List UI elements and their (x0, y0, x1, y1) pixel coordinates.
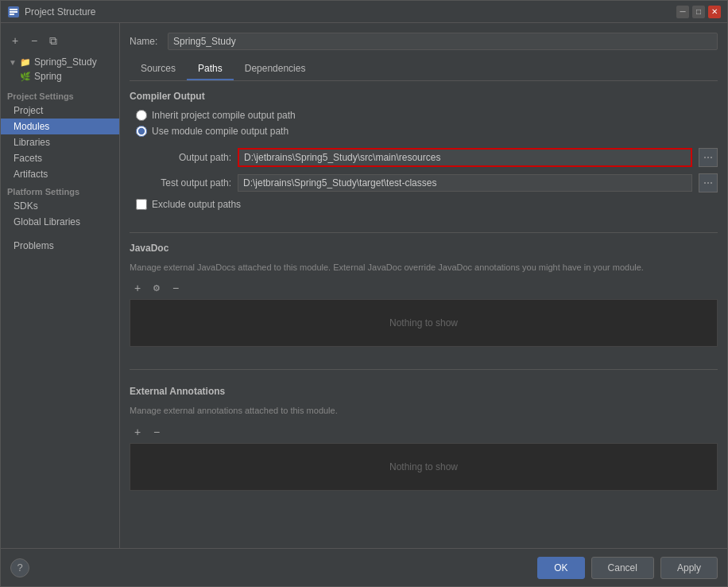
project-tree: ▼ 📁 Spring5_Study 🌿 Spring (1, 55, 119, 84)
javadoc-title: JavaDoc (130, 243, 718, 254)
tree-arrow: ▼ (9, 58, 17, 67)
ext-annotations-list: Nothing to show (130, 443, 718, 491)
ext-annotations-description: Manage external annotations attached to … (130, 405, 718, 417)
sidebar-item-libraries[interactable]: Libraries (1, 134, 119, 150)
divider-2 (130, 369, 718, 370)
javadoc-toolbar: + ⚙ − (130, 280, 718, 296)
test-output-path-label: Test output path: (136, 177, 231, 189)
javadoc-add-button[interactable]: + (130, 280, 145, 296)
name-label: Name: (130, 36, 161, 47)
tab-dependencies[interactable]: Dependencies (234, 58, 317, 80)
test-output-path-input[interactable] (238, 174, 692, 192)
use-module-radio[interactable] (136, 126, 147, 137)
sidebar-item-artifacts[interactable]: Artifacts (1, 166, 119, 182)
tree-module-name: Spring (34, 71, 62, 82)
window-icon (7, 6, 20, 18)
javadoc-list: Nothing to show (130, 299, 718, 347)
remove-button[interactable]: − (26, 33, 42, 49)
use-module-radio-row[interactable]: Use module compile output path (136, 126, 718, 137)
sidebar-item-problems[interactable]: Problems (1, 238, 119, 254)
ext-annotations-title: External Annotations (130, 386, 718, 397)
use-module-radio-label: Use module compile output path (152, 126, 288, 137)
sidebar-item-facets[interactable]: Facets (1, 150, 119, 166)
ext-annotations-section: External Annotations Manage external ann… (130, 386, 718, 490)
svg-rect-3 (10, 14, 14, 15)
title-bar: Project Structure ─ □ ✕ (1, 1, 727, 23)
test-output-path-row: Test output path: ⋯ (130, 173, 718, 192)
platform-settings-header: Platform Settings (1, 182, 119, 198)
inherit-radio-row[interactable]: Inherit project compile output path (136, 110, 718, 121)
main-content: + − ⧉ ▼ 📁 Spring5_Study 🌿 Spring Project… (1, 23, 727, 548)
cancel-button[interactable]: Cancel (591, 557, 654, 579)
module-icon: 🌿 (20, 72, 31, 82)
ok-button[interactable]: OK (537, 557, 584, 579)
name-row: Name: (130, 33, 718, 50)
inherit-radio-label: Inherit project compile output path (152, 110, 296, 121)
javadoc-add-config-button[interactable]: ⚙ (149, 280, 165, 296)
name-input[interactable] (168, 33, 718, 50)
project-structure-window: Project Structure ─ □ ✕ + − ⧉ ▼ 📁 Spring… (0, 0, 728, 587)
divider-1 (130, 232, 718, 233)
window-title: Project Structure (25, 6, 676, 17)
sidebar-item-modules[interactable]: Modules (1, 119, 119, 134)
ext-annotations-add-button[interactable]: + (130, 424, 145, 440)
title-bar-buttons: ─ □ ✕ (676, 6, 721, 18)
exclude-checkbox[interactable] (136, 199, 147, 210)
test-output-path-browse-button[interactable]: ⋯ (699, 173, 718, 192)
ext-annotations-toolbar: + − (130, 424, 718, 440)
tab-paths[interactable]: Paths (187, 58, 234, 80)
main-panel: Name: Sources Paths Dependencies Compile… (120, 23, 727, 548)
help-button[interactable]: ? (10, 558, 29, 577)
ext-annotations-empty-label: Nothing to show (374, 445, 474, 488)
folder-icon: 📁 (20, 57, 31, 68)
project-settings-header: Project Settings (1, 87, 119, 103)
copy-button[interactable]: ⧉ (45, 33, 61, 49)
close-button[interactable]: ✕ (708, 6, 721, 18)
sidebar: + − ⧉ ▼ 📁 Spring5_Study 🌿 Spring Project… (1, 23, 120, 548)
sidebar-toolbar: + − ⧉ (1, 29, 119, 52)
javadoc-empty-label: Nothing to show (374, 301, 474, 344)
exclude-row: Exclude output paths (130, 199, 718, 210)
output-path-browse-button[interactable]: ⋯ (699, 148, 718, 167)
output-path-row: Output path: ⋯ (130, 148, 718, 167)
minimize-button[interactable]: ─ (676, 6, 689, 18)
radio-group: Inherit project compile output path Use … (130, 110, 718, 137)
tree-item-project[interactable]: ▼ 📁 Spring5_Study (4, 55, 116, 69)
compiler-output-title: Compiler Output (130, 91, 718, 102)
output-path-label: Output path: (136, 152, 231, 163)
action-buttons: OK Cancel Apply (537, 557, 718, 579)
exclude-label: Exclude output paths (152, 199, 241, 210)
maximize-button[interactable]: □ (692, 6, 705, 18)
tree-item-module[interactable]: 🌿 Spring (4, 69, 116, 84)
bottom-bar: ? OK Cancel Apply (1, 548, 727, 586)
tab-sources[interactable]: Sources (130, 58, 187, 80)
apply-button[interactable]: Apply (660, 557, 718, 579)
sidebar-item-global-libraries[interactable]: Global Libraries (1, 214, 119, 230)
add-button[interactable]: + (7, 33, 23, 49)
sidebar-item-sdks[interactable]: SDKs (1, 198, 119, 214)
ext-annotations-remove-button[interactable]: − (149, 424, 165, 440)
sidebar-item-project[interactable]: Project (1, 103, 119, 119)
tabs: Sources Paths Dependencies (130, 58, 718, 81)
output-path-input[interactable] (238, 148, 692, 167)
svg-rect-1 (10, 9, 17, 10)
tree-project-name: Spring5_Study (34, 56, 97, 68)
javadoc-description: Manage external JavaDocs attached to thi… (130, 262, 718, 274)
javadoc-remove-button[interactable]: − (168, 280, 184, 296)
svg-rect-2 (10, 11, 17, 13)
inherit-radio[interactable] (136, 110, 147, 121)
javadoc-section: JavaDoc Manage external JavaDocs attache… (130, 243, 718, 347)
